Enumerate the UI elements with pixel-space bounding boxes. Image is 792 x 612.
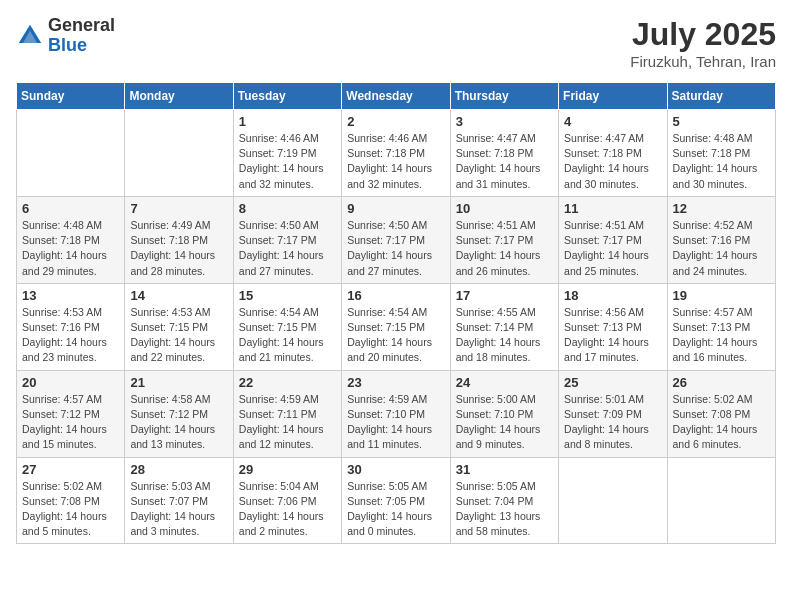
calendar-cell: 17Sunrise: 4:55 AM Sunset: 7:14 PM Dayli… xyxy=(450,283,558,370)
calendar-week-row: 27Sunrise: 5:02 AM Sunset: 7:08 PM Dayli… xyxy=(17,457,776,544)
calendar-cell: 10Sunrise: 4:51 AM Sunset: 7:17 PM Dayli… xyxy=(450,196,558,283)
day-number: 10 xyxy=(456,201,553,216)
day-number: 24 xyxy=(456,375,553,390)
day-info: Sunrise: 4:57 AM Sunset: 7:13 PM Dayligh… xyxy=(673,305,770,366)
calendar-cell: 31Sunrise: 5:05 AM Sunset: 7:04 PM Dayli… xyxy=(450,457,558,544)
calendar-cell: 14Sunrise: 4:53 AM Sunset: 7:15 PM Dayli… xyxy=(125,283,233,370)
page-header: General Blue July 2025 Firuzkuh, Tehran,… xyxy=(16,16,776,70)
calendar-week-row: 20Sunrise: 4:57 AM Sunset: 7:12 PM Dayli… xyxy=(17,370,776,457)
calendar-cell: 4Sunrise: 4:47 AM Sunset: 7:18 PM Daylig… xyxy=(559,110,667,197)
calendar-cell: 12Sunrise: 4:52 AM Sunset: 7:16 PM Dayli… xyxy=(667,196,775,283)
location: Firuzkuh, Tehran, Iran xyxy=(630,53,776,70)
calendar-cell: 3Sunrise: 4:47 AM Sunset: 7:18 PM Daylig… xyxy=(450,110,558,197)
calendar-week-row: 6Sunrise: 4:48 AM Sunset: 7:18 PM Daylig… xyxy=(17,196,776,283)
day-number: 17 xyxy=(456,288,553,303)
day-number: 26 xyxy=(673,375,770,390)
logo-icon xyxy=(16,22,44,50)
day-number: 13 xyxy=(22,288,119,303)
day-number: 18 xyxy=(564,288,661,303)
day-info: Sunrise: 4:56 AM Sunset: 7:13 PM Dayligh… xyxy=(564,305,661,366)
calendar-cell: 13Sunrise: 4:53 AM Sunset: 7:16 PM Dayli… xyxy=(17,283,125,370)
weekday-header-row: SundayMondayTuesdayWednesdayThursdayFrid… xyxy=(17,83,776,110)
day-number: 14 xyxy=(130,288,227,303)
calendar-cell: 18Sunrise: 4:56 AM Sunset: 7:13 PM Dayli… xyxy=(559,283,667,370)
calendar-cell: 2Sunrise: 4:46 AM Sunset: 7:18 PM Daylig… xyxy=(342,110,450,197)
logo-text: General Blue xyxy=(48,16,115,56)
calendar-cell: 16Sunrise: 4:54 AM Sunset: 7:15 PM Dayli… xyxy=(342,283,450,370)
day-info: Sunrise: 5:02 AM Sunset: 7:08 PM Dayligh… xyxy=(22,479,119,540)
day-info: Sunrise: 4:55 AM Sunset: 7:14 PM Dayligh… xyxy=(456,305,553,366)
day-info: Sunrise: 4:47 AM Sunset: 7:18 PM Dayligh… xyxy=(456,131,553,192)
calendar-table: SundayMondayTuesdayWednesdayThursdayFrid… xyxy=(16,82,776,544)
day-info: Sunrise: 4:57 AM Sunset: 7:12 PM Dayligh… xyxy=(22,392,119,453)
day-number: 5 xyxy=(673,114,770,129)
day-info: Sunrise: 4:53 AM Sunset: 7:15 PM Dayligh… xyxy=(130,305,227,366)
logo: General Blue xyxy=(16,16,115,56)
day-number: 1 xyxy=(239,114,336,129)
day-info: Sunrise: 4:49 AM Sunset: 7:18 PM Dayligh… xyxy=(130,218,227,279)
day-number: 2 xyxy=(347,114,444,129)
day-number: 7 xyxy=(130,201,227,216)
calendar-cell: 22Sunrise: 4:59 AM Sunset: 7:11 PM Dayli… xyxy=(233,370,341,457)
day-number: 29 xyxy=(239,462,336,477)
weekday-header: Sunday xyxy=(17,83,125,110)
calendar-week-row: 13Sunrise: 4:53 AM Sunset: 7:16 PM Dayli… xyxy=(17,283,776,370)
day-number: 19 xyxy=(673,288,770,303)
day-info: Sunrise: 4:50 AM Sunset: 7:17 PM Dayligh… xyxy=(239,218,336,279)
day-number: 6 xyxy=(22,201,119,216)
day-info: Sunrise: 5:04 AM Sunset: 7:06 PM Dayligh… xyxy=(239,479,336,540)
logo-general-text: General xyxy=(48,16,115,36)
weekday-header: Friday xyxy=(559,83,667,110)
day-info: Sunrise: 4:47 AM Sunset: 7:18 PM Dayligh… xyxy=(564,131,661,192)
day-number: 3 xyxy=(456,114,553,129)
calendar-cell xyxy=(559,457,667,544)
day-number: 21 xyxy=(130,375,227,390)
weekday-header: Thursday xyxy=(450,83,558,110)
calendar-cell: 21Sunrise: 4:58 AM Sunset: 7:12 PM Dayli… xyxy=(125,370,233,457)
day-info: Sunrise: 4:48 AM Sunset: 7:18 PM Dayligh… xyxy=(673,131,770,192)
day-info: Sunrise: 4:59 AM Sunset: 7:11 PM Dayligh… xyxy=(239,392,336,453)
calendar-cell: 8Sunrise: 4:50 AM Sunset: 7:17 PM Daylig… xyxy=(233,196,341,283)
calendar-cell: 9Sunrise: 4:50 AM Sunset: 7:17 PM Daylig… xyxy=(342,196,450,283)
calendar-cell: 23Sunrise: 4:59 AM Sunset: 7:10 PM Dayli… xyxy=(342,370,450,457)
day-info: Sunrise: 4:53 AM Sunset: 7:16 PM Dayligh… xyxy=(22,305,119,366)
day-info: Sunrise: 4:46 AM Sunset: 7:19 PM Dayligh… xyxy=(239,131,336,192)
calendar-cell: 5Sunrise: 4:48 AM Sunset: 7:18 PM Daylig… xyxy=(667,110,775,197)
day-number: 4 xyxy=(564,114,661,129)
calendar-cell xyxy=(667,457,775,544)
calendar-cell xyxy=(125,110,233,197)
day-info: Sunrise: 4:52 AM Sunset: 7:16 PM Dayligh… xyxy=(673,218,770,279)
calendar-cell: 25Sunrise: 5:01 AM Sunset: 7:09 PM Dayli… xyxy=(559,370,667,457)
calendar-cell: 19Sunrise: 4:57 AM Sunset: 7:13 PM Dayli… xyxy=(667,283,775,370)
calendar-cell: 7Sunrise: 4:49 AM Sunset: 7:18 PM Daylig… xyxy=(125,196,233,283)
weekday-header: Wednesday xyxy=(342,83,450,110)
calendar-cell: 29Sunrise: 5:04 AM Sunset: 7:06 PM Dayli… xyxy=(233,457,341,544)
logo-blue-text: Blue xyxy=(48,36,115,56)
day-number: 22 xyxy=(239,375,336,390)
day-number: 31 xyxy=(456,462,553,477)
day-number: 27 xyxy=(22,462,119,477)
day-info: Sunrise: 5:00 AM Sunset: 7:10 PM Dayligh… xyxy=(456,392,553,453)
day-info: Sunrise: 4:51 AM Sunset: 7:17 PM Dayligh… xyxy=(456,218,553,279)
day-info: Sunrise: 4:54 AM Sunset: 7:15 PM Dayligh… xyxy=(239,305,336,366)
day-number: 30 xyxy=(347,462,444,477)
day-number: 23 xyxy=(347,375,444,390)
title-block: July 2025 Firuzkuh, Tehran, Iran xyxy=(630,16,776,70)
day-number: 20 xyxy=(22,375,119,390)
day-info: Sunrise: 4:58 AM Sunset: 7:12 PM Dayligh… xyxy=(130,392,227,453)
weekday-header: Tuesday xyxy=(233,83,341,110)
calendar-cell: 1Sunrise: 4:46 AM Sunset: 7:19 PM Daylig… xyxy=(233,110,341,197)
calendar-cell: 15Sunrise: 4:54 AM Sunset: 7:15 PM Dayli… xyxy=(233,283,341,370)
calendar-cell: 27Sunrise: 5:02 AM Sunset: 7:08 PM Dayli… xyxy=(17,457,125,544)
day-number: 12 xyxy=(673,201,770,216)
calendar-cell: 11Sunrise: 4:51 AM Sunset: 7:17 PM Dayli… xyxy=(559,196,667,283)
day-number: 8 xyxy=(239,201,336,216)
calendar-week-row: 1Sunrise: 4:46 AM Sunset: 7:19 PM Daylig… xyxy=(17,110,776,197)
day-number: 9 xyxy=(347,201,444,216)
calendar-cell: 28Sunrise: 5:03 AM Sunset: 7:07 PM Dayli… xyxy=(125,457,233,544)
day-info: Sunrise: 5:02 AM Sunset: 7:08 PM Dayligh… xyxy=(673,392,770,453)
calendar-cell: 26Sunrise: 5:02 AM Sunset: 7:08 PM Dayli… xyxy=(667,370,775,457)
calendar-cell: 24Sunrise: 5:00 AM Sunset: 7:10 PM Dayli… xyxy=(450,370,558,457)
day-info: Sunrise: 4:54 AM Sunset: 7:15 PM Dayligh… xyxy=(347,305,444,366)
day-info: Sunrise: 5:03 AM Sunset: 7:07 PM Dayligh… xyxy=(130,479,227,540)
